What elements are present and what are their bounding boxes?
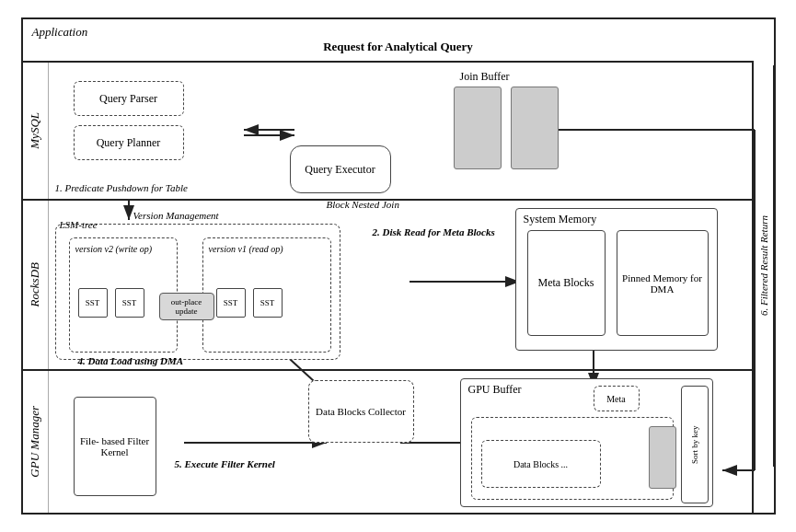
disk-read-label: 2. Disk Read for Meta Blocks [373,226,495,237]
sort-by-key-box: Sort by key [681,386,709,503]
gpu-label: GPU Manager [23,371,49,513]
outplace-update-box: out-place update [159,293,214,320]
mysql-label: MySQL [23,63,49,199]
label-application: Application [32,25,88,40]
data-blocks-collector-box: Data Blocks Collector [308,380,414,443]
query-executor-box: Query Executor [290,145,391,193]
gray-sort-box [649,426,676,489]
label-filtered: 6. Filtered Result Return [754,65,774,467]
data-load-label: 4. Data Load using DMA [78,355,184,366]
sst-box-3: SST [216,288,246,318]
diagram-wrapper: Application Request for Analytical Query… [21,17,776,515]
sst-box-2: SST [115,288,144,318]
meta-blocks-box: Meta Blocks [527,230,606,336]
gpu-section: GPU Manager File- based Filter Kernel Da… [23,369,754,515]
pinned-memory-box: Pinned Memory for DMA [617,230,709,336]
execute-filter-label: 5. Execute Filter Kernel [175,458,275,469]
mysql-section: MySQL Query Parser Query Planner Query E… [23,61,754,199]
sst-box-4: SST [253,288,283,318]
predicate-pushdown-label: 1. Predicate Pushdown for Table [55,182,188,193]
meta-box: Meta [594,386,640,411]
version-mgmt-label: Version Management [133,210,219,221]
rocksdb-label: RocksDB [23,201,49,369]
rocksdb-section: RocksDB LSM-tree Version Management vers… [23,199,754,369]
file-filter-box: File- based Filter Kernel [74,397,156,496]
query-parser-box: Query Parser [74,81,184,116]
join-buffer-box1 [454,87,502,169]
query-planner-box: Query Planner [74,125,184,160]
sst-box-1: SST [78,288,108,318]
join-buffer-box2 [511,87,559,169]
join-buffer-label: Join Buffer [460,70,510,84]
data-blocks-inner-box: Data Blocks ... [481,440,601,488]
label-request: Request for Analytical Query [23,40,774,54]
lsm-tree-label: LSM-tree [60,219,98,230]
